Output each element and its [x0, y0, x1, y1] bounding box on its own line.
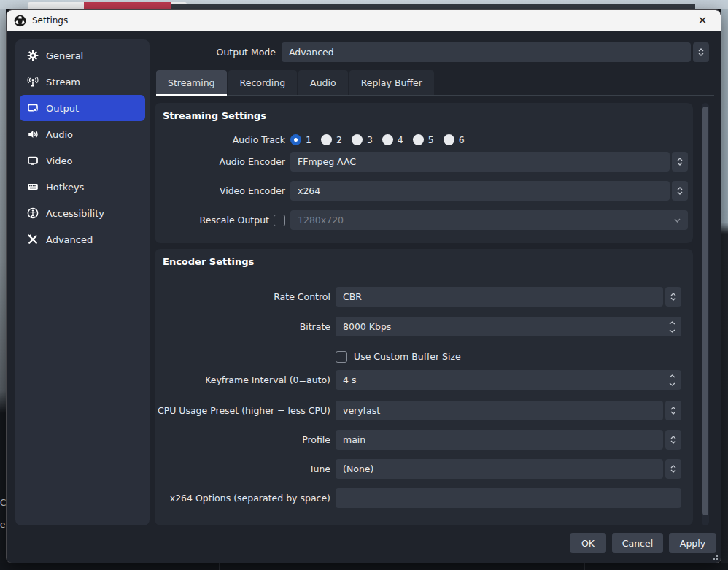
sidebar-item-label: Audio	[46, 129, 73, 140]
video-encoder-row: Video Encoder x264	[155, 181, 693, 201]
background-text-fragment: er	[0, 520, 6, 530]
bitrate-spinbox[interactable]: 8000 Kbps	[336, 317, 681, 336]
scrollbar-thumb[interactable]	[702, 107, 708, 515]
accessibility-icon	[26, 207, 39, 220]
audio-track-1-radio[interactable]: 1	[290, 134, 311, 145]
sidebar-item-audio[interactable]: Audio	[20, 121, 145, 147]
tab-recording[interactable]: Recording	[228, 70, 298, 95]
antenna-icon	[26, 76, 39, 88]
monitor-icon	[26, 155, 39, 167]
background-dark-bar	[171, 4, 695, 9]
rescale-output-label: Rescale Output	[155, 215, 290, 226]
chevron-updown-icon[interactable]	[665, 430, 681, 450]
output-mode-label: Output Mode	[156, 47, 282, 58]
sidebar-item-label: Stream	[46, 77, 80, 88]
profile-select[interactable]: main	[336, 430, 681, 450]
sidebar-item-label: Output	[46, 103, 79, 114]
radio-icon[interactable]	[321, 134, 332, 145]
background-text-fragment: Ca	[0, 498, 6, 508]
rate-control-label: Rate Control	[155, 291, 336, 302]
audio-encoder-select[interactable]: FFmpeg AAC	[290, 152, 688, 172]
video-encoder-label: Video Encoder	[155, 185, 290, 196]
keyframe-interval-spinbox[interactable]: 4 s	[336, 370, 681, 390]
audio-track-2-radio[interactable]: 2	[321, 134, 342, 145]
titlebar[interactable]: Settings ✕	[7, 10, 721, 31]
output-mode-value: Advanced	[289, 47, 334, 58]
tune-label: Tune	[155, 463, 336, 474]
chevron-updown-icon[interactable]	[693, 42, 709, 62]
keyframe-interval-row: Keyframe Interval (0=auto) 4 s	[155, 370, 693, 390]
sidebar-item-stream[interactable]: Stream	[20, 69, 145, 95]
settings-sidebar: General Stream Output Audio	[15, 39, 150, 525]
spinner-arrows-icon[interactable]	[669, 321, 675, 333]
chevron-down-icon	[674, 218, 681, 223]
sidebar-item-hotkeys[interactable]: Hotkeys	[20, 174, 145, 200]
sidebar-item-accessibility[interactable]: Accessibility	[20, 200, 145, 226]
background-red-bar	[84, 2, 171, 9]
panel-title: Encoder Settings	[163, 256, 254, 267]
chevron-updown-icon[interactable]	[665, 401, 681, 420]
x264-options-input[interactable]	[336, 488, 681, 508]
sidebar-item-advanced[interactable]: Advanced	[20, 226, 145, 253]
cancel-button[interactable]: Cancel	[612, 533, 663, 553]
tune-select[interactable]: (None)	[336, 459, 681, 479]
keyframe-interval-label: Keyframe Interval (0=auto)	[155, 374, 336, 385]
desktop-left-strip	[0, 9, 6, 570]
cpu-preset-row: CPU Usage Preset (higher = less CPU) ver…	[155, 401, 693, 420]
resize-grip[interactable]	[711, 553, 718, 560]
speaker-icon	[26, 128, 39, 141]
radio-icon[interactable]	[413, 134, 424, 145]
profile-label: Profile	[155, 434, 336, 445]
use-custom-buffer-size-checkbox[interactable]	[336, 351, 347, 363]
tab-audio[interactable]: Audio	[298, 70, 348, 95]
chevron-updown-icon[interactable]	[665, 287, 681, 307]
gear-icon	[26, 50, 39, 62]
tune-row: Tune (None)	[155, 459, 693, 479]
rate-control-select[interactable]: CBR	[336, 287, 681, 307]
panel-title: Streaming Settings	[163, 110, 266, 121]
rescale-resolution-combobox: 1280x720	[290, 210, 688, 230]
bitrate-row: Bitrate 8000 Kbps	[155, 317, 693, 336]
sidebar-item-output[interactable]: Output	[20, 95, 145, 121]
chevron-updown-icon[interactable]	[672, 152, 688, 172]
tools-icon	[26, 234, 39, 246]
rescale-output-checkbox[interactable]	[274, 215, 285, 226]
radio-icon[interactable]	[352, 134, 363, 145]
keyboard-icon	[26, 181, 39, 193]
custom-buffer-row: Use Custom Buffer Size	[155, 347, 693, 366]
spinner-arrows-icon[interactable]	[669, 374, 675, 386]
output-mode-select[interactable]: Advanced	[282, 42, 709, 62]
chevron-updown-icon[interactable]	[672, 181, 688, 201]
sidebar-item-label: Accessibility	[46, 208, 104, 219]
sidebar-item-general[interactable]: General	[20, 42, 145, 69]
apply-button[interactable]: Apply	[669, 533, 716, 553]
tab-replay-buffer[interactable]: Replay Buffer	[349, 70, 434, 95]
sidebar-item-label: Advanced	[46, 234, 93, 245]
screen: Ca er Settings ✕	[0, 0, 728, 570]
obs-logo-icon	[14, 15, 26, 27]
audio-encoder-label: Audio Encoder	[155, 156, 290, 167]
close-icon[interactable]: ✕	[692, 12, 713, 29]
scrollbar-track[interactable]	[702, 103, 709, 525]
encoder-settings-panel: Encoder Settings Rate Control CBR Bitrat…	[155, 249, 693, 525]
video-encoder-select[interactable]: x264	[290, 181, 688, 201]
chevron-updown-icon[interactable]	[665, 459, 681, 479]
cpu-preset-select[interactable]: veryfast	[336, 401, 681, 420]
sidebar-item-video[interactable]: Video	[20, 147, 145, 174]
radio-checked-icon[interactable]	[290, 134, 301, 145]
bitrate-label: Bitrate	[155, 321, 336, 332]
audio-track-4-radio[interactable]: 4	[382, 134, 403, 145]
radio-icon[interactable]	[382, 134, 393, 145]
settings-window: Settings ✕ General Stream Output	[6, 9, 721, 563]
use-custom-buffer-size-checkbox-row[interactable]: Use Custom Buffer Size	[336, 351, 461, 363]
rescale-output-row: Rescale Output 1280x720	[155, 210, 693, 230]
streaming-settings-panel: Streaming Settings Audio Track 1 2 3 4 5…	[155, 103, 693, 243]
audio-track-5-radio[interactable]: 5	[413, 134, 434, 145]
rate-control-row: Rate Control CBR	[155, 287, 693, 307]
desktop-bottom-strip	[0, 563, 728, 570]
tab-streaming[interactable]: Streaming	[156, 70, 227, 95]
audio-track-6-radio[interactable]: 6	[444, 134, 465, 145]
audio-track-3-radio[interactable]: 3	[352, 134, 373, 145]
ok-button[interactable]: OK	[570, 533, 606, 553]
radio-icon[interactable]	[444, 134, 454, 145]
